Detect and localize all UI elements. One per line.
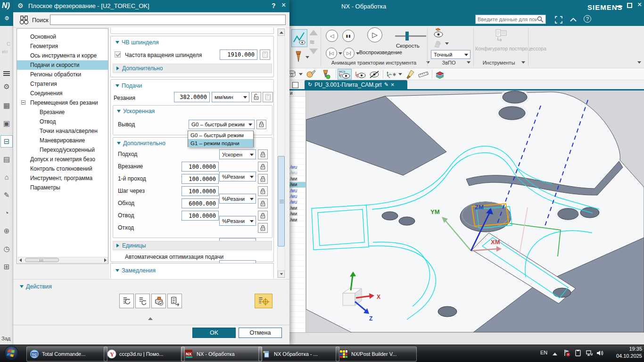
tree-item[interactable]: Отвод xyxy=(17,117,108,126)
minimize-button[interactable] xyxy=(617,6,622,7)
navigator-row[interactable]: /ми xyxy=(289,170,306,176)
tab-close-icon[interactable]: × xyxy=(391,81,395,88)
postprocess-button[interactable] xyxy=(167,294,182,308)
tree-item[interactable]: Соединения xyxy=(17,89,108,98)
operation-navigator-sliver[interactable]: и /ми /ми /ми /ми /ми /ми /ми /ми /ми /м… xyxy=(289,90,306,332)
process-assistant-icon[interactable]: ✎ xyxy=(0,191,13,199)
machine-tool-navigator-icon[interactable]: ▤ xyxy=(0,155,13,164)
step-forward-button[interactable]: ▷| xyxy=(343,48,355,59)
cut-feed-calculator-button[interactable] xyxy=(263,92,273,102)
machine-view-icon[interactable]: ⌂ xyxy=(0,173,13,181)
dialog-titlebar[interactable]: ⚙ Плоское фрезерование - [U2_TOREC_OK] ?… xyxy=(13,0,289,12)
color-layers-icon[interactable] xyxy=(435,69,445,79)
feed-row-value[interactable]: 100.0000 xyxy=(182,211,219,221)
slowdowns-header[interactable]: Замедления xyxy=(116,267,156,274)
tool-in-spindle-icon[interactable] xyxy=(321,69,331,79)
play-button[interactable]: ▷ xyxy=(367,27,382,42)
dialog-collapse-chevron[interactable] xyxy=(148,317,153,320)
navigator-row[interactable]: /ми xyxy=(289,165,306,170)
language-indicator[interactable]: EN xyxy=(540,350,547,355)
scroll-right-icon[interactable] xyxy=(104,258,107,262)
step-back-dropdown-icon[interactable] xyxy=(339,52,342,55)
taskbar-button-post-builder[interactable]: NX/Post Builder V... xyxy=(336,346,417,362)
feed-row-lock[interactable] xyxy=(258,223,268,233)
feeds-more-header[interactable]: Дополнительно xyxy=(117,140,165,147)
hamburger-menu-icon[interactable] xyxy=(3,71,10,72)
tree-item[interactable]: Врезание xyxy=(17,107,108,117)
constraint-navigator-icon[interactable]: ▣ xyxy=(0,119,13,128)
tree-item[interactable]: Допуск и геометрия безо xyxy=(17,155,108,164)
cut-feed-field[interactable]: 382.0000 xyxy=(174,92,210,102)
cut-feed-unit-combo[interactable]: мм/мин xyxy=(212,92,249,102)
units-banner[interactable]: Единицы xyxy=(113,241,272,250)
collapse-ribbon-icon[interactable] xyxy=(570,16,577,23)
spindle-header[interactable]: ЧВ шпинделя xyxy=(116,39,159,46)
tree-item[interactable]: Регионы обработки xyxy=(17,70,108,79)
nx-search-input[interactable] xyxy=(475,15,546,24)
feed-row-lock[interactable] xyxy=(258,211,268,221)
network-tray-icon[interactable] xyxy=(586,349,593,357)
feeds-header[interactable]: Подачи xyxy=(116,82,142,89)
clipboard-tray-icon[interactable] xyxy=(574,349,582,357)
dialog-search-input[interactable] xyxy=(50,15,286,25)
rewind-button[interactable]: ◁ xyxy=(326,30,338,42)
generate-single-button[interactable] xyxy=(135,294,150,308)
tree-item[interactable]: Инструмент, программа xyxy=(17,173,108,183)
tree-collapse-expander[interactable] xyxy=(21,100,25,105)
ok-button[interactable]: OK xyxy=(192,328,236,338)
ribbon-overflow-icon[interactable] xyxy=(637,61,641,64)
clock[interactable]: 19:35 04.10.2025 xyxy=(609,346,642,361)
feed-row-value[interactable]: 100.0000 xyxy=(182,174,219,184)
actions-header[interactable]: Действия xyxy=(20,283,52,290)
viewport-3d[interactable]: ZM YM XM X Z xyxy=(306,90,644,332)
taskbar-button-browser[interactable]: Y cccp3d.ru | Помо... xyxy=(104,346,185,362)
feed-row-combo[interactable]: Ускорен xyxy=(219,149,256,159)
feed-row-combo[interactable]: %Резани xyxy=(219,172,256,181)
window-close-button[interactable]: × xyxy=(637,0,642,9)
post-configurator-label[interactable]: Конфигуратор постпроцессора xyxy=(475,46,526,51)
navigator-row-selected[interactable]: /ми xyxy=(289,182,306,188)
feed-row-value[interactable]: 6000.000 xyxy=(182,198,219,208)
tool-button[interactable] xyxy=(292,50,305,64)
speed-slider-track[interactable] xyxy=(395,35,426,37)
zvpo-group-dialog-icon[interactable] xyxy=(467,61,471,64)
tray-expand-icon[interactable] xyxy=(553,353,557,355)
tree-item[interactable]: Точки начала/сверлен xyxy=(17,126,108,136)
spindle-checkbox[interactable] xyxy=(115,51,121,58)
navigator-row[interactable]: /ми xyxy=(289,206,306,211)
navigator-column-header[interactable]: и xyxy=(289,90,305,97)
hide-eye-icon[interactable] xyxy=(369,70,380,79)
navigator-row[interactable]: /ми xyxy=(289,211,306,217)
help-icon[interactable]: ? xyxy=(584,15,591,23)
edit-display-button[interactable] xyxy=(255,294,272,308)
show-toolpath-toggle[interactable] xyxy=(291,29,307,47)
roles-icon[interactable]: ⚙ xyxy=(0,82,13,91)
assembly-navigator-icon[interactable]: ▦ xyxy=(0,101,13,110)
generate-toolpath-button[interactable] xyxy=(119,294,134,308)
tree-item[interactable]: Геометрия xyxy=(17,41,108,51)
scroll-left-icon[interactable] xyxy=(19,258,22,262)
start-button[interactable] xyxy=(4,346,19,361)
zvpo-eye-icon[interactable] xyxy=(433,28,444,38)
feed-row-value[interactable]: 100.0000 xyxy=(182,186,219,196)
feed-row-lock[interactable] xyxy=(258,162,268,172)
tree-item[interactable]: Ось инструмента и корре xyxy=(17,51,108,60)
tab-edit-icon[interactable]: ✎ xyxy=(384,82,388,88)
tree-hscrollbar[interactable] xyxy=(18,257,108,263)
restore-button[interactable] xyxy=(627,3,632,8)
spindle-calculator-button[interactable] xyxy=(260,49,270,60)
quality-combo[interactable]: Точный xyxy=(431,50,471,59)
params-vscroll-thumb[interactable] xyxy=(278,156,285,247)
speed-slider-handle[interactable] xyxy=(405,32,409,41)
history-icon[interactable]: ◷ xyxy=(0,245,13,253)
tools-group-dialog-icon[interactable] xyxy=(521,61,525,64)
feed-row-combo[interactable]: %Резани xyxy=(219,194,256,204)
layer-dropdown-icon[interactable] xyxy=(299,73,303,75)
web-browser-icon[interactable]: ⊕ xyxy=(0,227,13,235)
ruler-icon[interactable] xyxy=(418,69,429,79)
operation-navigator-icon[interactable]: ⊟ xyxy=(0,137,13,146)
reuse-library-icon[interactable]: ◔ xyxy=(0,209,13,217)
tree-item[interactable]: Контроль столкновений xyxy=(17,164,108,173)
feed-row-lock[interactable] xyxy=(258,186,268,196)
panel-restore-button[interactable] xyxy=(292,82,298,88)
